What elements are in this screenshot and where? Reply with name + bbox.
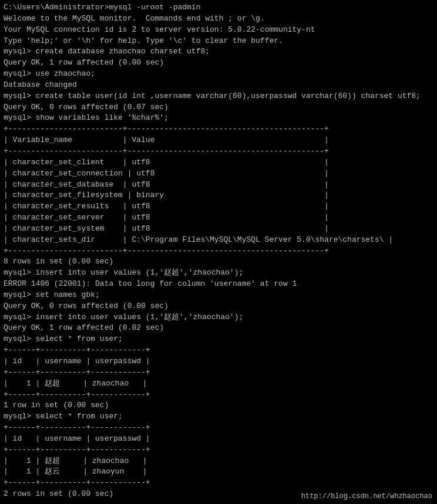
terminal-line: mysql> show variables like '%char%';	[4, 113, 433, 124]
terminal-line: 1 row in set (0.00 sec)	[4, 400, 433, 411]
terminal-line: | id | username | userpasswd |	[4, 434, 433, 445]
terminal-line: mysql> select * from user;	[4, 334, 433, 345]
terminal-window: C:\Users\Administrator>mysql -uroot -pad…	[0, 0, 437, 504]
terminal-line: +------+----------+------------+	[4, 422, 433, 434]
terminal-line: Database changed	[4, 80, 433, 91]
terminal-line: +-------------------------+-------------…	[4, 246, 433, 257]
terminal-line: mysql> insert into user values (1,'赵超','…	[4, 312, 433, 323]
terminal-line: | character_set_connection | utf8 |	[4, 168, 433, 180]
terminal-line: Welcome to the MySQL monitor. Commands e…	[4, 13, 433, 25]
terminal-line: mysql> set names gbk;	[4, 290, 433, 301]
terminal-line: | character_set_filesystem | binary |	[4, 190, 433, 201]
terminal-line: +------+----------+------------+	[4, 367, 433, 378]
terminal-line: Query OK, 0 rows affected (0.00 sec)	[4, 301, 433, 312]
terminal-line: +-------------------------+-------------…	[4, 124, 433, 135]
terminal-line: | character_set_server | utf8 |	[4, 212, 433, 224]
terminal-line: mysql> create database zhaochao charset …	[4, 46, 433, 57]
terminal-line: C:\Users\Administrator>mysql -uroot -pad…	[4, 2, 433, 13]
url-label: http://blog.csdn.net/whzhaochao	[301, 492, 432, 500]
terminal-line: Query OK, 0 rows affected (0.07 sec)	[4, 102, 433, 113]
terminal-line: 8 rows in set (0.00 sec)	[4, 256, 433, 268]
terminal-line: Query OK, 1 row affected (0.02 sec)	[4, 323, 433, 334]
terminal-line: +-------------------------+-------------…	[4, 146, 433, 157]
terminal-line: Type 'help;' or '\h' for help. Type '\c'…	[4, 36, 433, 47]
terminal-line: ERROR 1406 (22001): Data too long for co…	[4, 279, 433, 290]
terminal-line: mysql> insert into user values (1,'赵超','…	[4, 268, 433, 279]
terminal-line: | character_set_client | utf8 |	[4, 157, 433, 168]
terminal-line: Your MySQL connection id is 2 to server …	[4, 25, 433, 36]
terminal-line: | id | username | userpasswd |	[4, 356, 433, 367]
terminal-line: | 1 | 赵超 | zhaochao |	[4, 456, 433, 467]
terminal-line: | character_set_system | utf8 |	[4, 224, 433, 235]
terminal-line: | 1 | 赵云 | zhaoyun |	[4, 466, 433, 478]
terminal-line: | character_sets_dir | C:\Program Files\…	[4, 235, 433, 246]
terminal-line: mysql> select * from user;	[4, 411, 433, 422]
terminal-line: | character_set_results | utf8 |	[4, 201, 433, 212]
terminal-line: mysql> use zhaochao;	[4, 69, 433, 80]
terminal-line: mysql> create table user(id int ,usernam…	[4, 91, 433, 102]
terminal-line: | 1 | 赵超 | zhaochao |	[4, 378, 433, 390]
terminal-line: | Variable_name | Value |	[4, 135, 433, 146]
terminal-line: +------+----------+------------+	[4, 445, 433, 456]
terminal-line: +------+----------+------------+	[4, 478, 433, 489]
terminal-line: +------+----------+------------+	[4, 345, 433, 356]
terminal-content[interactable]: C:\Users\Administrator>mysql -uroot -pad…	[4, 2, 433, 500]
terminal-line: Query OK, 1 row affected (0.00 sec)	[4, 57, 433, 69]
terminal-line: +------+----------+------------+	[4, 390, 433, 401]
terminal-line: | character_set_database | utf8 |	[4, 180, 433, 191]
